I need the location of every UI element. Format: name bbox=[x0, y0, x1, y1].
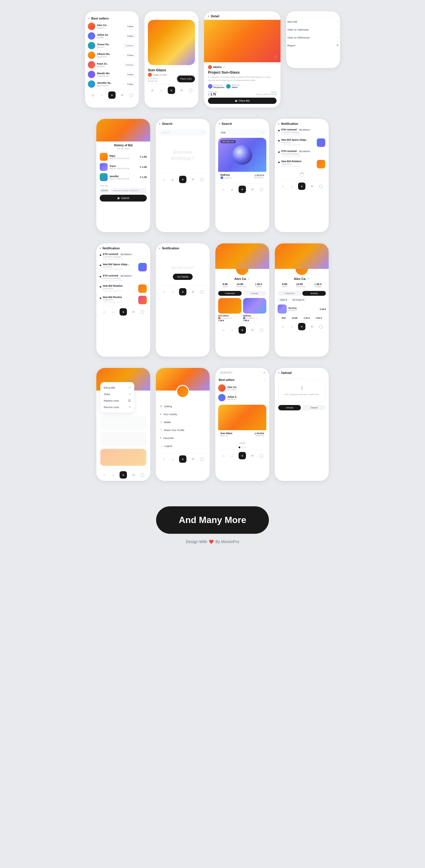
home-nav-icon[interactable]: ⌂ bbox=[90, 93, 95, 98]
search-nav-icon[interactable]: ⌕ bbox=[111, 472, 116, 477]
home-nav-icon[interactable]: ⌂ bbox=[280, 324, 285, 329]
add-nav-button[interactable]: + bbox=[119, 471, 127, 478]
follow-button[interactable]: Follow bbox=[125, 53, 136, 58]
back-icon[interactable]: ‹ bbox=[278, 122, 279, 126]
search-nav-icon[interactable]: ⌕ bbox=[229, 453, 235, 458]
add-nav-button[interactable]: + bbox=[119, 308, 127, 315]
settings-item-setting[interactable]: ⚙ Setting bbox=[160, 402, 206, 410]
search-nav-icon[interactable]: ⌕ bbox=[229, 328, 235, 333]
tab-activity[interactable]: Activity bbox=[243, 291, 266, 296]
activity-nav-icon[interactable]: ≋ bbox=[131, 472, 136, 477]
back-icon[interactable]: ‹ bbox=[100, 246, 101, 250]
remove-cover-item[interactable]: Remove cover ✕ bbox=[100, 404, 134, 410]
add-nav-button[interactable]: + bbox=[168, 87, 175, 94]
search-nav-icon[interactable]: ⌕ bbox=[289, 184, 294, 189]
upload-cancel-button[interactable]: Cancel bbox=[303, 405, 325, 410]
chains-filter[interactable]: All Chains ▾ bbox=[290, 298, 306, 302]
tab-collection[interactable]: Collection bbox=[278, 291, 301, 296]
tab-activity[interactable]: Activity bbox=[302, 291, 326, 296]
menu-item-report[interactable]: Report ⚑ bbox=[286, 41, 340, 50]
search-nav-icon[interactable]: ⌕ bbox=[229, 187, 235, 192]
settings-nav-icon[interactable]: ◯ bbox=[140, 309, 145, 314]
settings-nav-icon[interactable]: ◯ bbox=[129, 93, 134, 98]
menu-item-etherscan[interactable]: View on Etherscan → bbox=[286, 34, 340, 41]
back-icon[interactable]: ‹ bbox=[219, 122, 220, 126]
settings-nav-icon[interactable]: ◯ bbox=[259, 187, 264, 192]
search-nav-icon[interactable]: ⌕ bbox=[111, 309, 116, 314]
upload-confirm-button[interactable]: Unload bbox=[278, 405, 301, 410]
activity-nav-icon[interactable]: ≋ bbox=[190, 457, 196, 462]
follow-button[interactable]: Follow bbox=[125, 34, 136, 38]
home-nav-icon[interactable]: ⌂ bbox=[161, 177, 166, 182]
go-home-button[interactable]: Go Home bbox=[173, 274, 193, 280]
edit-profile-item[interactable]: Edit profile ✏ bbox=[100, 384, 134, 391]
activity-nav-icon[interactable]: ≋ bbox=[309, 324, 314, 329]
eth-select[interactable]: ETH ▾ bbox=[100, 188, 109, 193]
search-nav-icon[interactable]: ⌕ bbox=[170, 177, 175, 182]
unfollow-button[interactable]: Unfollow bbox=[123, 63, 136, 67]
home-nav-icon[interactable]: ⌂ bbox=[280, 184, 285, 189]
settings-item-logout[interactable]: → Logout bbox=[160, 442, 206, 450]
sales-filter[interactable]: Sales ▾ bbox=[278, 298, 289, 302]
activity-nav-icon[interactable]: ≋ bbox=[309, 184, 314, 189]
search-bar[interactable]: Search ⌕ bbox=[159, 129, 207, 135]
settings-nav-icon[interactable]: ◯ bbox=[259, 328, 264, 333]
home-nav-icon[interactable]: ⌂ bbox=[161, 289, 166, 294]
profile-back[interactable]: ‹ bbox=[218, 245, 219, 250]
dots-menu-icon[interactable]: ··· bbox=[192, 14, 195, 18]
add-nav-button[interactable]: + bbox=[179, 176, 187, 183]
activity-nav-icon[interactable]: ≋ bbox=[190, 177, 196, 182]
activity-nav-icon[interactable]: ≋ bbox=[250, 453, 255, 458]
settings-nav-icon[interactable]: ◯ bbox=[318, 184, 323, 189]
menu-item-new-bid[interactable]: New bid → bbox=[286, 18, 340, 26]
add-nav-button[interactable]: + bbox=[238, 186, 246, 193]
back-icon[interactable]: ‹ bbox=[159, 246, 160, 250]
activity-nav-icon[interactable]: ≋ bbox=[179, 88, 184, 93]
menu-item-opensea[interactable]: View on Opensea → bbox=[286, 26, 340, 34]
back-icon[interactable]: ‹ bbox=[208, 14, 209, 18]
activity-nav-icon[interactable]: ≋ bbox=[131, 309, 136, 314]
profile-back[interactable]: ‹ bbox=[278, 245, 279, 250]
home-nav-icon[interactable]: ⌂ bbox=[102, 472, 107, 477]
upload-drop-area[interactable]: ⬆ click, drag and drop your media here bbox=[278, 379, 325, 402]
settings-nav-icon[interactable]: ◯ bbox=[140, 472, 145, 477]
place-bid-button[interactable]: Place a bid bbox=[177, 75, 195, 82]
follow-button[interactable]: Follow bbox=[125, 82, 136, 86]
submit-bid-button[interactable]: ▣ Submit bbox=[100, 195, 147, 202]
search-nav-icon[interactable]: ⌕ bbox=[170, 457, 175, 462]
back-icon[interactable]: ‹ bbox=[88, 17, 89, 20]
add-nav-button[interactable]: + bbox=[298, 323, 306, 330]
activity-nav-icon[interactable]: ≋ bbox=[250, 187, 255, 192]
back-icon[interactable]: ‹ bbox=[159, 122, 160, 126]
activity-nav-icon[interactable]: ≋ bbox=[190, 289, 196, 294]
search-nav-icon[interactable]: ⌕ bbox=[159, 88, 164, 93]
bid-amount-input[interactable]: Amount Submit 1.56 ETH bbox=[111, 188, 147, 193]
add-nav-button[interactable]: + bbox=[179, 455, 187, 463]
replace-cover-item[interactable]: Replace cover 🖼 bbox=[100, 397, 134, 404]
follow-button[interactable]: Follow bbox=[125, 72, 136, 77]
place-bid-full-button[interactable]: ▣ Place Bid bbox=[208, 98, 277, 104]
home-nav-icon[interactable]: ⌂ bbox=[161, 457, 166, 462]
settings-item-wallet[interactable]: ◻ Wallet bbox=[160, 418, 206, 426]
back-icon[interactable]: ‹ bbox=[278, 371, 279, 375]
settings-item-favourite[interactable]: ♥ Favourite bbox=[160, 434, 206, 442]
add-nav-button[interactable]: + bbox=[238, 452, 246, 459]
home-nav-icon[interactable]: ⌂ bbox=[150, 88, 155, 93]
search-nav-icon[interactable]: ⌕ bbox=[170, 289, 175, 294]
and-many-more-button[interactable]: And Many More bbox=[156, 506, 269, 534]
settings-nav-icon[interactable]: ◯ bbox=[188, 88, 193, 93]
heart-icon[interactable]: ♡ bbox=[274, 55, 278, 59]
add-nav-button[interactable]: + bbox=[108, 91, 116, 99]
settings-item-share[interactable]: ↗ Share Your Profile bbox=[160, 426, 206, 434]
home-nav-icon[interactable]: ⌂ bbox=[221, 187, 226, 192]
tab-collection[interactable]: Collection bbox=[218, 291, 242, 296]
settings-nav-icon[interactable]: ◯ bbox=[199, 177, 204, 182]
search-nav-icon[interactable]: ⌕ bbox=[99, 93, 104, 98]
follow-button[interactable]: Follow bbox=[125, 24, 136, 29]
add-nav-button[interactable]: + bbox=[238, 326, 246, 334]
search-nav-icon[interactable]: ⌕ bbox=[289, 324, 294, 329]
activity-nav-icon[interactable]: ≋ bbox=[119, 93, 125, 98]
add-nav-button[interactable]: + bbox=[298, 183, 306, 190]
settings-nav-icon[interactable]: ◯ bbox=[199, 457, 204, 462]
add-nav-button[interactable]: + bbox=[179, 288, 187, 296]
